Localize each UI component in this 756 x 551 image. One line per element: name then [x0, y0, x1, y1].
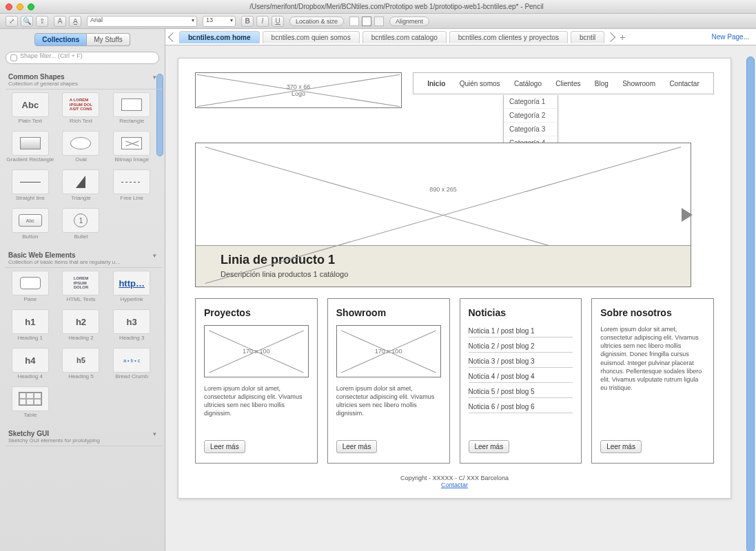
wf-hero-caption: Linia de producto 1 Descripción linia pr… [196, 245, 691, 287]
wf-read-more-button[interactable]: Leer más [469, 440, 510, 453]
shape-h5[interactable]: h5Heading 5 [57, 348, 106, 385]
shape-bullet[interactable]: 1Bullet [57, 208, 106, 245]
shape-h1[interactable]: h1Heading 1 [6, 309, 55, 346]
main-toolbar: ⤢ 🔍 ⇪ A A̲ Arial 13 B I U Location & siz… [0, 14, 756, 29]
wf-news-item[interactable]: Noticia 4 / post blog 4 [469, 371, 573, 383]
group-common-shapes[interactable]: Common Shapes Collection of general shap… [6, 71, 162, 90]
shape-rich-text[interactable]: A LOREMIPSUM DOLASIT CONSRich Text [57, 92, 106, 129]
shape-h3[interactable]: h3Heading 3 [107, 309, 156, 346]
wf-nav-blog[interactable]: Blog [595, 80, 609, 87]
page-tab-clientes[interactable]: bcntiles.com clientes y proyectos [449, 31, 568, 43]
text-tool-icon[interactable]: A [54, 16, 66, 27]
shape-table[interactable]: Table [6, 386, 55, 424]
shape-straight-line[interactable]: Straight line [6, 169, 55, 207]
wf-nav-quien[interactable]: Quién somos [460, 80, 500, 87]
wf-footer: Copyright - XXXXX - C/ XXX Barcelona Con… [195, 475, 714, 488]
wf-news-item[interactable]: Noticia 3 / post blog 3 [469, 355, 573, 368]
wf-read-more-button[interactable]: Leer más [204, 440, 245, 453]
wf-logo-placeholder[interactable]: 370 x 66Logo [195, 72, 402, 108]
wf-nav-clientes[interactable]: Clientes [555, 80, 580, 87]
wf-news-item[interactable]: Noticia 6 / post blog 6 [469, 401, 573, 413]
page-tab-home[interactable]: bcntiles.com home [179, 31, 260, 43]
group-basic-web[interactable]: Basic Web Elements Collection of basic i… [6, 249, 162, 268]
background-swatch[interactable] [374, 17, 384, 26]
wf-hero[interactable]: 890 x 265 Linia de producto 1 Descripció… [195, 143, 691, 287]
shape-gradient-rectangle[interactable]: Gradient Rectangle [6, 131, 55, 168]
canvas-scrollbar[interactable] [746, 56, 755, 551]
shape-h4[interactable]: h4Heading 4 [6, 348, 55, 385]
wf-nav-dropdown[interactable]: Categoría 1 Categoría 2 Categoría 3 Cate… [503, 95, 558, 150]
zoom-tool-icon[interactable]: 🔍 [21, 16, 33, 27]
wf-read-more-button[interactable]: Leer más [336, 440, 378, 453]
wf-dd-item[interactable]: Categoría 1 [504, 95, 558, 109]
wf-footer-link[interactable]: Contactar [441, 481, 468, 488]
wf-card-noticias[interactable]: Noticias Noticia 1 / post blog 1 Noticia… [460, 298, 582, 464]
wf-nav-contactar[interactable]: Contactar [669, 80, 699, 87]
shape-html-texts[interactable]: LOREMIPSUMDOLORHTML Texts [57, 271, 106, 308]
wf-nav-catalogo[interactable]: Catálogo [514, 80, 542, 87]
stroke-swatch[interactable] [362, 17, 371, 26]
shapes-panel: Common Shapes Collection of general shap… [0, 67, 165, 551]
shape-button[interactable]: AbcButton [6, 208, 55, 245]
canvas-area: bcntiles.com home bcntiles.com quien som… [165, 29, 756, 551]
italic-icon[interactable]: I [256, 16, 269, 27]
zoom-icon[interactable] [28, 3, 34, 10]
wf-card-image: 170 x 100 [204, 325, 309, 377]
tab-my-stuffs[interactable]: My Stuffs [87, 33, 130, 46]
window-titlebar: /Users/merifont/Dropbox/Meri/BCNtiles.co… [0, 0, 756, 14]
shape-plain-text[interactable]: AbcPlain Text [6, 92, 55, 129]
shape-hyperlink[interactable]: http…Hyperlink [107, 271, 156, 308]
page-tabs: bcntiles.com home bcntiles.com quien som… [165, 29, 756, 45]
shape-breadcrumb[interactable]: a • b • cBread Crumb [107, 348, 156, 385]
fill-swatch[interactable] [349, 17, 359, 26]
wf-news-item[interactable]: Noticia 1 / post blog 1 [469, 325, 573, 337]
alignment-button[interactable]: Alignment [389, 17, 429, 26]
wf-hero-title: Linia de producto 1 [221, 253, 666, 267]
wf-card-showroom[interactable]: Showroom 170 x 100 Lorem ipsum dolor sit… [327, 298, 450, 464]
wf-card-sobre[interactable]: Sobre nosotros Lorem ipsum dolor sit ame… [591, 298, 714, 464]
minimize-icon[interactable] [17, 3, 23, 10]
wf-nav-showroom[interactable]: Showroom [622, 80, 655, 87]
sidebar: Collections My Stuffs Shape filter... (C… [0, 29, 165, 551]
page-tab-quien-somos[interactable]: bcntiles.com quien somos [263, 31, 360, 43]
shape-bitmap-image[interactable]: Bitmap Image [107, 131, 156, 168]
play-icon[interactable] [682, 208, 693, 222]
canvas-viewport[interactable]: 370 x 66Logo Inicio Quién somos Catálogo… [165, 45, 756, 551]
page-tab-catalogo[interactable]: bcntiles.com catalogo [362, 31, 447, 43]
wf-news-item[interactable]: Noticia 5 / post blog 5 [469, 386, 573, 398]
shape-triangle[interactable]: Triangle [57, 169, 106, 207]
zoom-out-icon[interactable]: ⤢ [6, 16, 18, 27]
group-sketchy-gui[interactable]: Sketchy GUI Sketchy GUI elements for pro… [6, 428, 162, 446]
font-size-select[interactable]: 13 [203, 16, 236, 27]
wf-dd-item[interactable]: Categoría 3 [504, 123, 558, 136]
wf-card-proyectos[interactable]: Proyectos 170 x 100 Lorem ipsum dolor si… [195, 298, 318, 464]
tabs-scroll-left-icon[interactable] [168, 32, 178, 41]
wf-news-item[interactable]: Noticia 2 / post blog 2 [469, 340, 573, 353]
page-tab-more[interactable]: bcntil [571, 31, 604, 43]
shape-pane[interactable]: Pane [6, 271, 55, 308]
shape-oval[interactable]: Oval [57, 131, 106, 168]
font-select[interactable]: Arial [87, 16, 197, 27]
wf-dd-item[interactable]: Categoría 2 [504, 109, 558, 123]
add-page-icon[interactable]: + [617, 32, 628, 43]
close-icon[interactable] [6, 3, 12, 10]
export-icon[interactable]: ⇪ [36, 16, 48, 27]
bold-icon[interactable]: B [241, 16, 254, 27]
shape-search-input[interactable]: Shape filter... (Ctrl + F) [6, 52, 159, 64]
wf-card-image: 170 x 100 [336, 325, 441, 377]
text-style-icon[interactable]: A̲ [69, 16, 81, 27]
wf-navbar[interactable]: Inicio Quién somos Catálogo Clientes Blo… [413, 72, 714, 94]
tabs-scroll-right-icon[interactable] [606, 32, 615, 41]
underline-icon[interactable]: U [272, 16, 284, 27]
new-page-link[interactable]: New Page... [712, 33, 749, 41]
tab-collections[interactable]: Collections [34, 33, 87, 46]
location-size-button[interactable]: Location & size [289, 17, 344, 26]
wireframe-page[interactable]: 370 x 66Logo Inicio Quién somos Catálogo… [178, 58, 731, 499]
shape-rectangle[interactable]: Rectangle [107, 92, 156, 129]
traffic-lights [6, 3, 34, 10]
wf-read-more-button[interactable]: Leer más [600, 440, 642, 453]
wf-nav-inicio[interactable]: Inicio [427, 80, 445, 87]
sidebar-tabs: Collections My Stuffs [0, 33, 165, 46]
shape-free-line[interactable]: Free Line [107, 169, 156, 207]
shape-h2[interactable]: h2Heading 2 [57, 309, 106, 346]
